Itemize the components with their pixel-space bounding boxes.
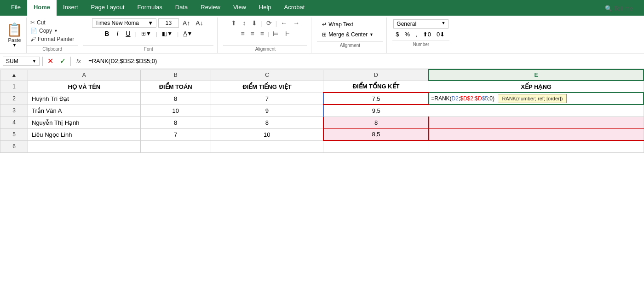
align-justify-button[interactable]: ⊨ — [270, 29, 281, 38]
copy-button[interactable]: 📄 Copy ▼ — [29, 27, 76, 35]
align-center-button[interactable]: ≡ — [248, 29, 257, 38]
cell-d2[interactable]: 7,5 — [323, 93, 429, 105]
formula-confirm-button[interactable]: ✓ — [58, 57, 68, 65]
formula-cancel-button[interactable]: ✕ — [46, 57, 55, 65]
border-button[interactable]: ⊞▼ — [138, 29, 154, 38]
cell-e2[interactable]: =RANK(D2;$D$2:$D$5;0) RANK(number; ref; … — [429, 93, 644, 105]
tab-data[interactable]: Data — [169, 0, 194, 16]
cell-e5[interactable] — [429, 128, 644, 140]
cell-e1[interactable]: XẾP HẠNG — [429, 81, 644, 93]
separator2: | — [156, 30, 157, 37]
merge-dropdown-icon: ▼ — [369, 32, 374, 37]
tab-help[interactable]: Help — [253, 0, 278, 16]
wrap-text-button[interactable]: ↵ Wrap Text — [319, 19, 381, 29]
tab-formulas[interactable]: Formulas — [131, 0, 169, 16]
table-row: 3 Trần Văn A 10 9 9,5 — [0, 105, 644, 116]
cell-d3[interactable]: 9,5 — [323, 105, 429, 116]
col-header-b[interactable]: B — [140, 70, 211, 81]
font-shrink-button[interactable]: A↓ — [194, 18, 205, 28]
name-box-dropdown: ▼ — [32, 59, 36, 64]
format-painter-button[interactable]: 🖌 Format Painter — [29, 35, 76, 43]
tell-me-box[interactable]: 🔍 Tell me — [598, 1, 639, 16]
col-header-c[interactable]: C — [211, 70, 323, 81]
formula-suffix: ;0) — [488, 95, 494, 102]
paste-dropdown-icon: ▼ — [12, 43, 17, 47]
row-num-4: 4 — [0, 116, 28, 128]
tab-insert[interactable]: Insert — [57, 0, 85, 16]
underline-button[interactable]: U — [123, 29, 133, 38]
decrease-decimal-button[interactable]: 0⬇ — [434, 30, 447, 39]
font-color-button[interactable]: A▼ — [180, 29, 195, 38]
cell-b5[interactable]: 7 — [140, 128, 211, 140]
cut-button[interactable]: ✂ Cut — [29, 18, 76, 27]
indent-decrease-button[interactable]: ← — [278, 18, 289, 28]
increase-decimal-button[interactable]: ⬆0 — [420, 30, 433, 39]
align-middle-button[interactable]: ↕ — [240, 18, 248, 28]
cell-b6[interactable] — [140, 140, 211, 152]
tab-home[interactable]: Home — [27, 0, 57, 16]
bold-button[interactable]: B — [102, 29, 112, 38]
cell-a4[interactable]: Nguyễn Thị Hạnh — [28, 116, 141, 128]
align-left-button[interactable]: ≡ — [238, 29, 247, 38]
merge-center-button[interactable]: ⊞ Merge & Center ▼ — [319, 29, 381, 40]
comma-button[interactable]: , — [413, 30, 420, 39]
col-header-d[interactable]: D — [323, 70, 429, 81]
cell-a2[interactable]: Huỳnh Trí Đạt — [28, 93, 141, 105]
paste-button[interactable]: 📋 Paste ▼ — [3, 17, 27, 53]
align-bottom-button[interactable]: ⬇ — [249, 18, 259, 28]
align-distributed-button[interactable]: ⊩ — [282, 29, 292, 38]
dollar-button[interactable]: $ — [393, 30, 401, 39]
cell-d4[interactable]: 8 — [323, 116, 429, 128]
tab-review[interactable]: Review — [194, 0, 227, 16]
cell-c4[interactable]: 8 — [211, 116, 323, 128]
number-format-selector[interactable]: General ▼ — [393, 19, 448, 29]
percent-button[interactable]: % — [402, 30, 413, 39]
cell-d1[interactable]: ĐIỂM TỔNG KẾT — [323, 81, 429, 93]
formula-input[interactable] — [86, 57, 641, 65]
col-header-a[interactable]: A — [28, 70, 141, 81]
col-header-e[interactable]: E — [429, 70, 644, 81]
font-family-dropdown-icon: ▼ — [148, 20, 153, 26]
font-grow-button[interactable]: A↑ — [181, 18, 192, 28]
cell-c6[interactable] — [211, 140, 323, 152]
rank-tooltip: RANK(number; ref; [order]) — [498, 94, 567, 103]
cell-a6[interactable] — [28, 140, 141, 152]
font-group: Times New Roma ▼ 13 A↑ A↓ B I U | ⊞▼ | ◧… — [80, 17, 218, 53]
merge-center-label: Merge & Center — [328, 31, 368, 38]
table-row: 4 Nguyễn Thị Hạnh 8 8 8 — [0, 116, 644, 128]
fx-button[interactable]: fx — [74, 58, 84, 64]
cell-d5[interactable]: 8,5 — [323, 128, 429, 140]
cell-e4[interactable] — [429, 116, 644, 128]
cell-e6[interactable] — [429, 140, 644, 152]
name-box[interactable]: SUM ▼ — [3, 57, 40, 66]
copy-dropdown-icon: ▼ — [54, 29, 58, 33]
cell-c5[interactable]: 10 — [211, 128, 323, 140]
tab-page-layout[interactable]: Page Layout — [85, 0, 131, 16]
font-size-selector[interactable]: 13 — [158, 18, 179, 28]
cell-c2[interactable]: 7 — [211, 93, 323, 105]
wrap-text-label: Wrap Text — [328, 21, 353, 28]
cell-b4[interactable]: 8 — [140, 116, 211, 128]
indent-increase-button[interactable]: → — [291, 18, 302, 28]
cell-d6[interactable] — [323, 140, 429, 152]
italic-button[interactable]: I — [114, 29, 121, 38]
tab-acrobat[interactable]: Acrobat — [278, 0, 311, 16]
fill-color-button[interactable]: ◧▼ — [159, 29, 175, 38]
cell-b3[interactable]: 10 — [140, 105, 211, 116]
cell-a5[interactable]: Liêu Ngọc Linh — [28, 128, 141, 140]
align-right-button[interactable]: ≡ — [258, 29, 266, 38]
align-top-button[interactable]: ⬆ — [229, 18, 239, 28]
tab-view[interactable]: View — [227, 0, 253, 16]
cell-b1[interactable]: ĐIỂM TOÁN — [140, 81, 211, 93]
clipboard-group-label: Clipboard — [27, 45, 78, 53]
cell-b2[interactable]: 8 — [140, 93, 211, 105]
text-direction-button[interactable]: ⟳ — [264, 18, 274, 28]
cell-a3[interactable]: Trần Văn A — [28, 105, 141, 116]
font-family-selector[interactable]: Times New Roma ▼ — [92, 18, 156, 28]
tab-file[interactable]: File — [5, 0, 27, 16]
cell-c3[interactable]: 9 — [211, 105, 323, 116]
ribbon-content: 📋 Paste ▼ ✂ Cut 📄 Copy ▼ 🖌 Format Painte… — [0, 16, 644, 53]
cell-c1[interactable]: ĐIỂM TIẾNG VIỆT — [211, 81, 323, 93]
cell-a1[interactable]: HỌ VÀ TÊN — [28, 81, 141, 93]
cell-e3[interactable] — [429, 105, 644, 116]
